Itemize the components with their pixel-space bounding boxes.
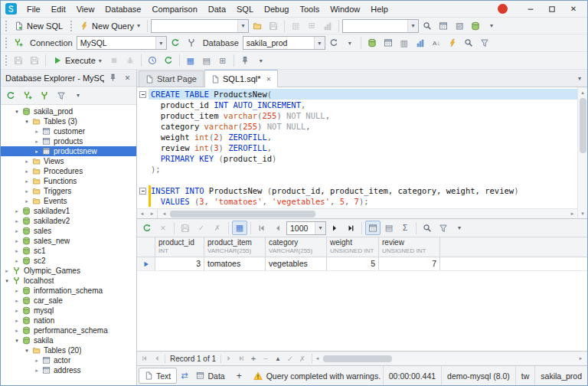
search-icon[interactable] [420,221,435,235]
editor-horizontal-scrollbar[interactable]: ◂ ▸ ◂ ▸ [137,208,577,218]
expand-arrow-icon[interactable]: ▸ [13,286,21,296]
expand-arrow-icon[interactable]: ▸ [13,226,21,236]
expand-arrow-icon[interactable]: ▸ [33,355,41,365]
data-import-icon[interactable]: ▥ [397,36,412,51]
pin-document-icon[interactable] [237,54,253,68]
menu-edit[interactable]: Edit [46,1,71,17]
tree-item-sakila[interactable]: ▾sakila [1,335,136,345]
scroll-left-icon[interactable]: ◂ [159,209,169,219]
scroll-right-icon[interactable]: ▸ [567,209,577,219]
combo-dropdown-icon[interactable]: ▾ [315,222,325,234]
tree-item-nation[interactable]: ▸nation [1,316,136,325]
results-text-layout-icon[interactable]: ▤ [199,54,214,68]
tree-item-products[interactable]: ▸products [1,136,136,146]
editor-vertical-scrollbar[interactable]: ▴ ▾ [577,87,587,218]
search-combo[interactable]: ▾ [342,19,419,33]
tree-item-functions[interactable]: ▸Functions [1,176,136,186]
expand-arrow-icon[interactable]: ▸ [13,316,21,325]
menu-database[interactable]: Database [100,1,146,17]
maximize-button[interactable] [541,1,563,17]
card-view-icon[interactable]: ▤ [381,221,397,235]
append-record-button[interactable]: + [247,353,260,365]
split-left-icon[interactable]: ◂ [137,209,147,219]
switch-view-icon[interactable]: ⇄ [178,366,191,385]
grid-cell[interactable]: vegetables [266,257,327,270]
standard-toolbar-overflow[interactable]: ▾ [484,18,499,33]
new-database-icon[interactable] [364,36,380,51]
tree-item-mysql[interactable]: ▸mysql [1,306,136,316]
new-sql-button[interactable]: New SQL [11,18,67,33]
tree-item-sales[interactable]: ▸sales [1,226,136,236]
menu-debug[interactable]: Debug [259,1,294,17]
auto-hide-pin-icon[interactable] [107,72,119,83]
expand-arrow-icon[interactable]: ▸ [13,236,21,246]
tree-item-sales-new[interactable]: ▸sales_new [1,236,136,246]
expand-arrow-icon[interactable]: ▾ [13,335,21,345]
tree-item-triggers[interactable]: ▸Triggers [1,186,136,196]
new-connection-icon[interactable] [20,88,35,103]
sql-editor-surface[interactable]: CREATE TABLE ProductsNew( product_id INT… [137,87,577,208]
scroll-up-icon[interactable]: ▴ [578,87,588,97]
grid-horizontal-scrollbar[interactable]: ◂▸ [312,354,586,364]
tree-item-sakiladev1[interactable]: ▸sakiladev1 [1,206,136,216]
document-list-caret[interactable]: ▾ [572,75,587,82]
expand-arrow-icon[interactable]: ▾ [3,276,11,286]
edit-record-button[interactable]: ▲ [272,353,284,365]
tree-item-address[interactable]: ▸address [1,365,136,375]
user-avatar[interactable] [498,4,508,14]
expand-arrow-icon[interactable]: ▸ [13,296,21,306]
new-window-icon[interactable]: ⊞ [215,54,230,68]
sort-icon[interactable]: A↓ [429,36,444,51]
expand-arrow-icon[interactable]: ▸ [13,325,21,335]
expand-arrow-icon[interactable]: ▸ [33,146,41,156]
expand-arrow-icon[interactable]: ▸ [23,196,31,206]
expand-arrow-icon[interactable]: ▸ [33,136,41,146]
refresh-results-icon[interactable] [139,221,155,235]
scroll-left-icon[interactable]: ◂ [312,354,322,364]
refresh-icon[interactable] [3,88,18,103]
close-panel-icon[interactable]: ✕ [122,72,133,83]
tree-item-localhost[interactable]: ▾localhost [1,276,136,286]
combo-dropdown-icon[interactable]: ▾ [314,37,325,49]
tree-item-performance-schema[interactable]: ▸performance_schema [1,325,136,335]
tree-item-sakila-prod[interactable]: ▾sakila_prod [1,106,136,116]
tree-item-procedures[interactable]: ▸Procedures [1,166,136,176]
fold-collapse-icon[interactable] [139,188,146,195]
close-button[interactable]: ✕ [563,1,584,17]
close-tab-icon[interactable]: ✕ [266,76,272,83]
add-view-button[interactable]: + [230,366,248,385]
tree-item-sc1[interactable]: ▸sc1 [1,246,136,256]
expand-arrow-icon[interactable]: ▸ [13,246,21,256]
refresh-databases-icon[interactable] [326,36,341,51]
split-right-icon[interactable]: ▸ [147,209,157,219]
results-toolbar-overflow[interactable]: ▾ [452,221,467,235]
execute-button[interactable]: Execute▾ [49,54,106,68]
dropdown-caret-icon[interactable]: ▾ [99,57,102,64]
combo-dropdown-icon[interactable]: ▾ [237,20,248,32]
connect-icon[interactable] [37,88,52,103]
expand-arrow-icon[interactable]: ▾ [13,106,21,116]
horizontal-scroll-thumb[interactable] [170,211,315,218]
connection-toolbar-overflow[interactable]: ▾ [342,36,358,51]
tree-item-views[interactable]: ▸Views [1,156,136,166]
expand-arrow-icon[interactable]: ▸ [13,206,21,216]
combo-dropdown-icon[interactable]: ▾ [407,20,418,32]
tree-item-productsnew[interactable]: ▸productsnew [1,146,136,156]
aggregates-icon[interactable]: Σ [397,221,413,235]
refresh-connection-icon[interactable] [168,36,183,51]
tree-item-information-schema[interactable]: ▸information_schema [1,286,136,296]
expand-arrow-icon[interactable]: ▸ [23,186,31,196]
menu-file[interactable]: File [21,1,46,17]
dropdown-caret-icon[interactable]: ▾ [137,22,140,29]
tree-item-tables-20[interactable]: ▾Tables (20) [1,345,136,355]
expand-arrow-icon[interactable]: ▸ [23,156,31,166]
menu-data[interactable]: Data [203,1,231,17]
generate-script-icon[interactable] [445,36,460,51]
next-page-icon[interactable] [327,221,342,235]
connection-combo[interactable]: MySQL▾ [77,36,167,50]
expand-arrow-icon[interactable]: ▸ [3,266,11,276]
grid-view-icon[interactable] [365,221,381,235]
filter-icon[interactable] [436,221,451,235]
tree-item-events[interactable]: ▸Events [1,196,136,206]
database-designer-icon[interactable] [468,18,483,33]
